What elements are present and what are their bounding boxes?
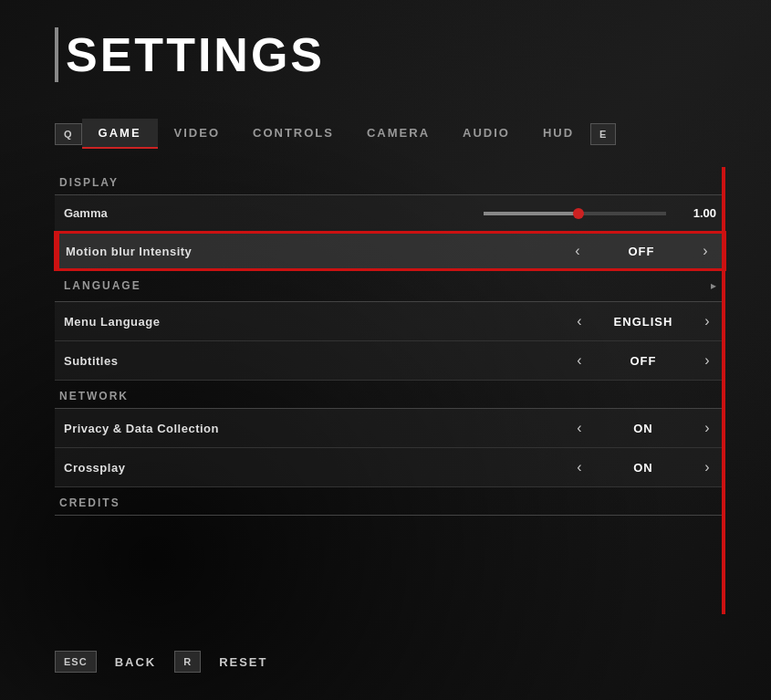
gamma-slider-track[interactable] bbox=[484, 212, 666, 215]
privacy-label: Privacy & Data Collection bbox=[64, 422, 570, 435]
back-key: Esc bbox=[55, 651, 97, 673]
crossplay-right-arrow[interactable]: › bbox=[698, 459, 716, 475]
subtitles-left-arrow[interactable]: ‹ bbox=[570, 352, 589, 369]
motion-blur-control: ‹ OFF › bbox=[568, 243, 714, 259]
privacy-value: ON bbox=[607, 422, 680, 435]
menu-language-control: ‹ ENGLISH › bbox=[570, 313, 716, 329]
menu-language-value: ENGLISH bbox=[607, 315, 680, 329]
gamma-value: 1.00 bbox=[680, 206, 716, 220]
crossplay-left-arrow[interactable]: ‹ bbox=[570, 459, 589, 475]
tab-hud[interactable]: HUD bbox=[526, 119, 590, 149]
motion-blur-label: Motion blur Intensity bbox=[66, 245, 568, 258]
section-header-credits: Credits bbox=[55, 487, 725, 516]
tab-bar: Q GAME VIDEO CONTROLS CAMERA AUDIO HUD E bbox=[55, 119, 725, 149]
motion-blur-value: OFF bbox=[605, 245, 678, 258]
crossplay-control: ‹ ON › bbox=[570, 459, 716, 475]
reset-label[interactable]: RESET bbox=[219, 655, 267, 669]
menu-language-row[interactable]: Menu Language ‹ ENGLISH › bbox=[55, 302, 725, 341]
section-header-language: Language bbox=[64, 279, 141, 292]
reset-key: R bbox=[174, 651, 201, 673]
tab-key-left[interactable]: Q bbox=[55, 123, 82, 145]
gamma-label: Gamma bbox=[64, 206, 484, 220]
menu-language-left-arrow[interactable]: ‹ bbox=[570, 313, 589, 329]
content-area: Display Gamma 1.00 Motion blur Intensity… bbox=[55, 167, 725, 632]
gamma-slider-container[interactable]: 1.00 bbox=[484, 206, 716, 220]
subtitles-control: ‹ OFF › bbox=[570, 352, 716, 369]
page-title: SETTINGS bbox=[55, 27, 725, 82]
gamma-slider-fill bbox=[484, 212, 578, 215]
subtitles-right-arrow[interactable]: › bbox=[698, 352, 716, 369]
motion-blur-row[interactable]: Motion blur Intensity ‹ OFF › bbox=[55, 232, 725, 270]
tab-video[interactable]: VIDEO bbox=[158, 119, 236, 149]
section-header-network: Network bbox=[55, 381, 725, 409]
tab-controls[interactable]: CONTROLS bbox=[236, 119, 350, 149]
crossplay-value: ON bbox=[607, 461, 680, 475]
tab-key-right[interactable]: E bbox=[590, 123, 616, 145]
subtitles-label: Subtitles bbox=[64, 354, 570, 368]
menu-language-right-arrow[interactable]: › bbox=[698, 313, 716, 329]
menu-language-label: Menu Language bbox=[64, 315, 570, 329]
motion-blur-right-arrow[interactable]: › bbox=[696, 243, 714, 259]
tab-game[interactable]: GAME bbox=[82, 119, 158, 149]
page-container: SETTINGS Q GAME VIDEO CONTROLS CAMERA AU… bbox=[0, 0, 771, 700]
tab-audio[interactable]: AUDIO bbox=[446, 119, 526, 149]
gamma-slider-thumb bbox=[573, 208, 584, 219]
subtitles-row[interactable]: Subtitles ‹ OFF › bbox=[55, 341, 725, 381]
language-header-row: Language ▸ bbox=[55, 270, 725, 301]
privacy-left-arrow[interactable]: ‹ bbox=[570, 420, 589, 436]
privacy-row[interactable]: Privacy & Data Collection ‹ ON › bbox=[55, 409, 725, 448]
language-caret-icon: ▸ bbox=[711, 279, 716, 292]
privacy-control: ‹ ON › bbox=[570, 420, 716, 436]
motion-blur-left-arrow[interactable]: ‹ bbox=[568, 243, 587, 259]
crossplay-row[interactable]: Crossplay ‹ ON › bbox=[55, 448, 725, 487]
back-label[interactable]: BACK bbox=[115, 655, 157, 669]
bottom-bar: Esc BACK R RESET bbox=[55, 632, 725, 673]
section-header-display: Display bbox=[55, 167, 725, 195]
subtitles-value: OFF bbox=[607, 354, 680, 368]
tab-camera[interactable]: CAMERA bbox=[350, 119, 446, 149]
gamma-row: Gamma 1.00 bbox=[55, 195, 725, 232]
crossplay-label: Crossplay bbox=[64, 461, 570, 475]
privacy-right-arrow[interactable]: › bbox=[698, 420, 716, 436]
